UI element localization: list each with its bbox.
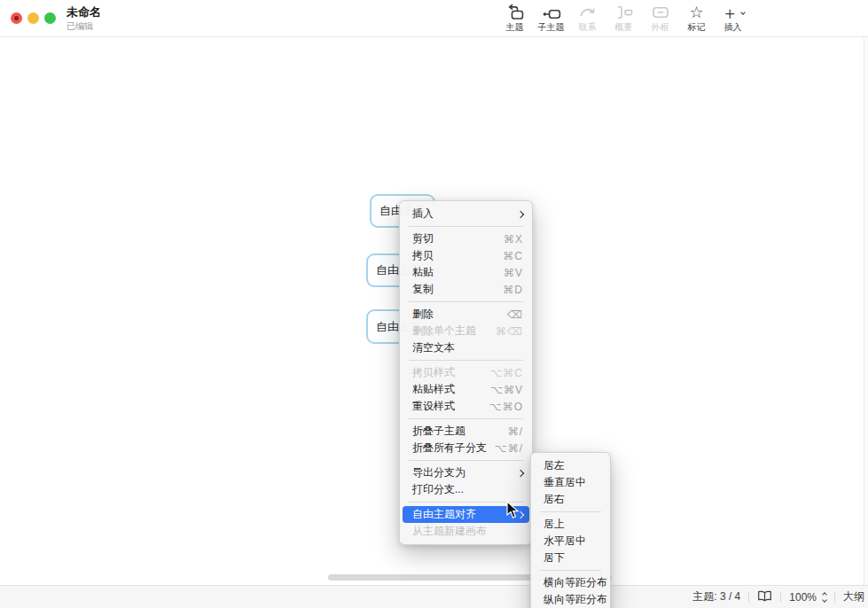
chevron-down-icon — [740, 10, 746, 15]
context-menu: 插入 剪切 ⌘X 拷贝 ⌘C 粘贴 ⌘V 复制 ⌘D 删除 ⌫ 删除单个主题 ⌘… — [399, 200, 533, 545]
menu-item-collapse-subtopics[interactable]: 折叠子主题 ⌘/ — [400, 423, 532, 440]
shortcut: ⌥⌘/ — [495, 442, 523, 455]
submenu-item-distribute-vertically[interactable]: 纵向等距分布 — [531, 591, 610, 608]
relationship-icon — [578, 3, 598, 22]
toolbar-label: 子主题 — [538, 22, 565, 33]
shortcut: ⌘X — [504, 233, 523, 246]
toolbar-label: 主题 — [506, 22, 524, 33]
status-bar-right: 主题: 3 / 4 100% 大纲 — [692, 586, 868, 608]
menu-item-paste[interactable]: 粘贴 ⌘V — [400, 264, 532, 281]
summary-icon — [614, 3, 634, 22]
menu-item-paste-style[interactable]: 粘贴样式 ⌥⌘V — [400, 381, 532, 398]
toolbar-boundary-button: 外框 — [642, 3, 678, 33]
chevron-right-icon — [517, 469, 524, 476]
submenu-item-horizontal-center[interactable]: 水平居中 — [531, 533, 610, 550]
menu-separator — [409, 460, 523, 461]
toolbar-label: 外框 — [652, 22, 669, 33]
zoom-button[interactable] — [44, 12, 56, 24]
menu-separator — [540, 570, 601, 571]
main-toolbar: 主题 子主题 联系 — [497, 3, 751, 33]
boundary-icon — [651, 3, 670, 22]
book-icon[interactable] — [757, 590, 772, 604]
shortcut: ⌥⌘O — [489, 401, 523, 413]
menu-separator — [409, 301, 523, 302]
shortcut: ⌥⌘V — [490, 384, 523, 396]
zoom-level: 100% — [789, 591, 817, 604]
shortcut: ⌘C — [503, 250, 523, 262]
app-window: 未命名 已编辑 主题 — [0, 0, 868, 608]
toolbar-summary-button: 概要 — [606, 3, 642, 33]
close-button[interactable] — [11, 12, 22, 24]
toolbar-label: 插入 — [724, 22, 742, 33]
submenu-item-align-bottom[interactable]: 居下 — [531, 550, 610, 566]
menu-item-new-canvas-from-topic: 从主题新建画布 — [400, 523, 532, 540]
topic-icon — [505, 3, 525, 22]
mouse-cursor — [506, 501, 522, 523]
toolbar-label: 标记 — [688, 22, 706, 33]
zoom-stepper-icon[interactable] — [823, 593, 826, 602]
minimize-button[interactable] — [27, 12, 39, 24]
toolbar-marker-button[interactable]: ☆ 标记 — [678, 3, 715, 33]
menu-separator — [409, 360, 523, 361]
document-title: 未命名 — [66, 5, 101, 19]
toolbar-label: 联系 — [579, 22, 597, 33]
shortcut: ⌘/ — [508, 425, 523, 438]
divider — [748, 591, 749, 603]
menu-separator — [540, 511, 601, 512]
menu-item-print-branch[interactable]: 打印分支... — [400, 481, 532, 498]
menu-item-copy[interactable]: 拷贝 ⌘C — [400, 247, 532, 264]
topic-count: 主题: 3 / 4 — [692, 589, 740, 604]
shortcut: ⌥⌘C — [490, 367, 524, 379]
menu-item-delete[interactable]: 删除 ⌫ — [400, 306, 532, 323]
toolbar-subtopic-button[interactable]: 子主题 — [533, 3, 569, 33]
plus-icon: ＋ — [722, 3, 745, 22]
title-bar: 未命名 已编辑 主题 — [0, 0, 868, 37]
outline-toggle[interactable]: 大纲 — [843, 589, 864, 604]
document-status: 已编辑 — [66, 20, 101, 32]
submenu-item-vertical-center[interactable]: 垂直居中 — [531, 474, 610, 491]
toolbar-insert-button[interactable]: ＋ 插入 — [715, 3, 751, 33]
star-icon: ☆ — [689, 3, 703, 22]
divider — [780, 591, 781, 603]
menu-item-export-branch[interactable]: 导出分支为 — [400, 464, 532, 481]
submenu-item-distribute-horizontally[interactable]: 横向等距分布 — [531, 574, 610, 591]
menu-item-copy-style: 拷贝样式 ⌥⌘C — [400, 364, 532, 381]
chevron-right-icon — [517, 210, 524, 217]
submenu-item-align-top[interactable]: 居上 — [531, 516, 610, 533]
shortcut: ⌘D — [503, 284, 523, 296]
toolbar-topic-button[interactable]: 主题 — [497, 3, 533, 33]
menu-item-reset-style[interactable]: 重设样式 ⌥⌘O — [400, 398, 532, 415]
menu-item-delete-single-topic: 删除单个主题 ⌘⌫ — [400, 323, 532, 339]
menu-item-insert[interactable]: 插入 — [400, 206, 532, 222]
right-edge-strip — [864, 37, 868, 585]
menu-item-clear-text[interactable]: 清空文本 — [400, 339, 532, 356]
subtopic-icon — [542, 3, 561, 22]
document-title-group: 未命名 已编辑 — [66, 5, 101, 32]
window-controls — [11, 12, 56, 24]
toolbar-relationship-button: 联系 — [569, 3, 606, 33]
menu-item-duplicate[interactable]: 复制 ⌘D — [400, 281, 532, 298]
menu-item-cut[interactable]: 剪切 ⌘X — [400, 230, 532, 247]
divider — [834, 591, 835, 603]
shortcut: ⌘⌫ — [496, 325, 523, 338]
submenu-item-align-right[interactable]: 居右 — [531, 491, 610, 508]
align-submenu: 居左 垂直居中 居右 居上 水平居中 居下 横向等距分布 纵向等距分布 — [530, 452, 611, 608]
menu-item-collapse-all-branches[interactable]: 折叠所有子分支 ⌥⌘/ — [400, 440, 532, 456]
shortcut: ⌘V — [504, 267, 523, 279]
toolbar-label: 概要 — [615, 22, 633, 33]
shortcut: ⌫ — [507, 308, 523, 321]
zoom-control[interactable]: 100% — [789, 591, 826, 604]
status-bar: 主题: 3 / 4 100% 大纲 — [0, 585, 868, 608]
menu-separator — [409, 418, 523, 419]
submenu-item-align-left[interactable]: 居左 — [531, 457, 610, 474]
menu-separator — [409, 226, 523, 227]
